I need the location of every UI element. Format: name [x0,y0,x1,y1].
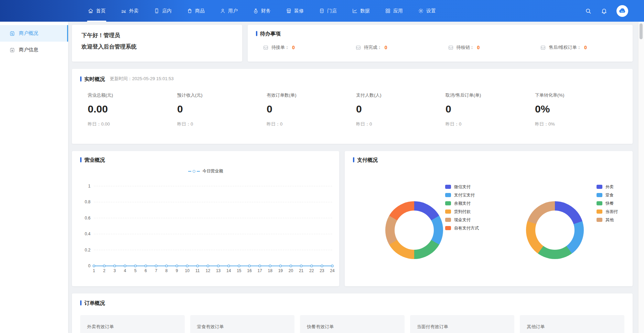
payment-overview-card: 支付概况 微信支付 支付宝支付 余额支付 货到付款 现金支付 自有支付方式 外卖… [345,151,633,286]
todo-label: 待接单： [271,44,289,51]
todo-label: 售后/维权订单： [549,44,581,51]
update-time: 更新时间：2025-05-29 15:01:53 [110,76,174,82]
order-cards: 外卖有效订单 堂食有效订单 快餐有效订单 当面付有效订单 其他订单 [80,315,624,333]
nav-tab-stores[interactable]: 门店 [319,0,337,22]
svg-text:0.4: 0.4 [85,232,90,236]
legend-swatch [597,193,602,197]
stat-paying-users: 支付人数(人) 0 昨日：0 [356,92,446,127]
home-icon [88,8,94,14]
stat-valid-orders: 有效订单数(单) 0 昨日：0 [267,92,356,127]
top-navbar: 首页 外卖 店内 商品 用户 财务 装修 门店 [0,0,644,22]
legend-line-segment [197,171,200,172]
svg-text:6: 6 [144,268,147,273]
todo-item-pending-finish[interactable]: 待完成： 0 [355,44,448,51]
legend-swatch [445,210,451,214]
nav-tab-takeout[interactable]: 外卖 [121,0,139,22]
realtime-card: 实时概况 更新时间：2025-05-29 15:01:53 营业总额(元) 0.… [72,69,633,144]
nav-tab-label: 应用 [393,8,403,14]
decorate-icon [286,8,292,14]
store-icon [319,8,325,14]
main-content: 下午好！管理员 欢迎登入后台管理系统 待办事项 待接单： 0 待完成： 0 [68,22,638,333]
legend-item-fast-food[interactable]: 快餐 [597,199,618,207]
legend-swatch [597,218,602,222]
bell-icon[interactable] [601,8,608,14]
todo-title: 待办事项 [256,31,633,36]
order-box-icon [540,45,546,51]
title-accent-bar [80,300,82,305]
nav-tab-home[interactable]: 首页 [88,0,106,22]
legend-swatch [445,218,451,222]
todo-item-aftersale[interactable]: 售后/维权订单： 0 [540,44,633,51]
legend-item-other[interactable]: 其他 [597,216,618,224]
svg-text:8: 8 [165,268,168,273]
legend-item-balance-pay[interactable]: 余额支付 [445,199,479,207]
user-icon [220,8,226,14]
legend-item-dine-in[interactable]: 堂食 [597,191,618,199]
nav-tab-data[interactable]: 数据 [352,0,370,22]
business-title: 营业概况 [80,157,339,162]
svg-text:2: 2 [103,268,106,273]
row-charts: 营业概况 今日营业额 00.20.40.60.81123456789101112… [72,151,633,286]
legend-swatch [597,201,602,205]
business-overview-card: 营业概况 今日营业额 00.20.40.60.81123456789101112… [72,151,339,286]
avatar[interactable] [616,5,628,17]
nav-tab-instore[interactable]: 店内 [154,0,172,22]
stat-conversion-rate: 下单转化率(%) 0% 昨日：0% [535,92,624,127]
legend-swatch [597,210,602,214]
scrollbar[interactable] [638,22,644,333]
payment-method-legend: 微信支付 支付宝支付 余额支付 货到付款 现金支付 自有支付方式 [445,183,479,232]
order-box-icon [263,45,269,51]
nav-tab-label: 用户 [228,8,238,14]
nav-tab-users[interactable]: 用户 [220,0,238,22]
realtime-header: 实时概况 更新时间：2025-05-29 15:01:53 [80,76,624,82]
order-card-face-pay: 当面付有效订单 [410,315,515,333]
nav-tab-decorate[interactable]: 装修 [286,0,304,22]
nav-tab-settings[interactable]: 设置 [418,0,436,22]
legend-swatch [445,226,451,230]
settings-icon [418,8,424,14]
svg-text:0.6: 0.6 [85,216,90,221]
nav-tab-goods[interactable]: 商品 [187,0,205,22]
goods-icon [187,8,193,14]
svg-text:20: 20 [289,268,293,273]
nav-tab-label: 装修 [294,8,304,14]
legend-item-own-pay[interactable]: 自有支付方式 [445,224,479,232]
nav-tab-label: 首页 [96,8,106,14]
merchant-overview-icon [9,31,15,36]
svg-text:9: 9 [176,268,178,273]
legend-item-face-pay[interactable]: 当面付 [597,207,618,216]
legend-item-cash-pay[interactable]: 现金支付 [445,216,479,224]
legend-line-segment [188,171,191,172]
svg-text:5: 5 [134,268,137,273]
todo-label: 待完成： [364,44,382,51]
todo-value: 0 [477,45,480,50]
legend-item-cod[interactable]: 货到付款 [445,207,479,216]
sidebar-item-merchant-overview[interactable]: 商户概况 [0,25,68,42]
legend-item-alipay[interactable]: 支付宝支付 [445,191,479,199]
search-icon[interactable] [585,8,592,14]
finance-icon [253,8,259,14]
scrollbar-thumb[interactable] [640,23,643,39]
todo-item-pending-accept[interactable]: 待接单： 0 [263,44,355,51]
legend-swatch [445,185,451,189]
svg-text:1: 1 [88,184,90,189]
todo-item-pending-verify[interactable]: 待核销： 0 [448,44,540,51]
order-card-fast-food: 快餐有效订单 [300,315,405,333]
svg-text:23: 23 [320,268,324,273]
cloud-logo-icon [618,7,626,15]
sidebar-item-merchant-info[interactable]: 商户信息 [0,42,68,58]
takeout-icon [121,8,127,14]
nav-tab-finance[interactable]: 财务 [253,0,271,22]
stat-total-revenue: 营业总额(元) 0.00 昨日：0.00 [88,92,177,127]
row-realtime: 实时概况 更新时间：2025-05-29 15:01:53 营业总额(元) 0.… [72,69,633,144]
legend-item-takeout[interactable]: 外卖 [597,183,618,191]
merchant-info-icon [9,47,15,53]
sidebar-item-label: 商户信息 [19,47,38,53]
line-legend-today-revenue[interactable]: 今日营业额 [72,168,339,174]
order-type-legend: 外卖 堂食 快餐 当面付 其他 [597,183,618,224]
nav-tab-apps[interactable]: 应用 [385,0,403,22]
row-orders: 订单概况 外卖有效订单 堂食有效订单 快餐有效订单 当面付有效订单 其他订单 [72,293,633,333]
business-line-chart: 00.20.40.60.8112345678910111213141516171… [76,181,336,282]
legend-item-wechat-pay[interactable]: 微信支付 [445,183,479,191]
todo-value: 0 [385,45,387,50]
